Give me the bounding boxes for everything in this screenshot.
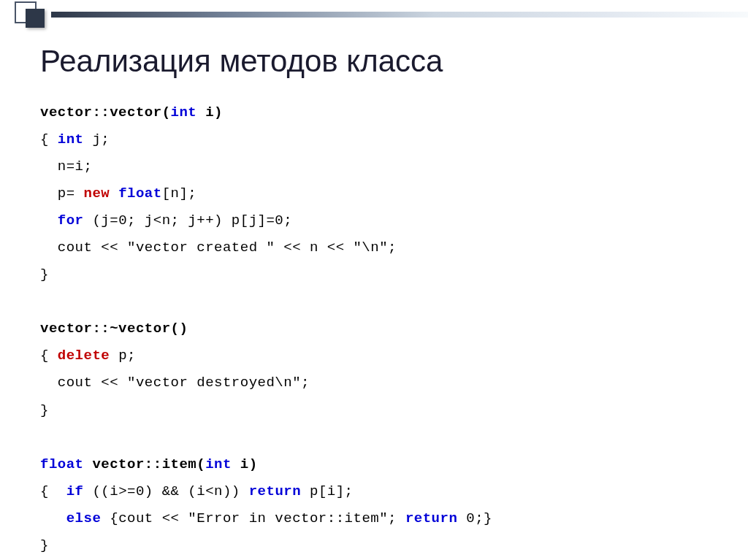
code-keyword: delete [58,348,110,364]
decoration-gradient-bar [51,12,748,18]
code-text: { [40,131,58,147]
code-text: j; [84,131,110,147]
code-text: p; [110,348,136,364]
code-text: vector::~vector() [40,321,188,337]
code-keyword: float [40,456,84,472]
code-keyword: for [58,212,84,229]
code-text [40,510,66,526]
code-text: { [40,483,66,499]
code-text: p[i]; [301,483,353,499]
code-text: } [40,266,49,283]
code-block: vector::vector(int i) { int j; n=i; p= n… [40,99,711,559]
code-text: p= [40,185,84,202]
code-text: cout << "vector destroyed\n"; [40,375,310,391]
code-keyword: new [84,185,110,202]
code-text: (j=0; j<n; j++) p[j]=0; [84,212,293,229]
code-text: {cout << "Error in vector::item"; [101,510,405,526]
code-keyword: int [205,456,232,472]
code-keyword: float [118,185,162,202]
code-text: ((i>=0) && (i<n)) [84,483,249,499]
code-text: i) [232,456,258,472]
code-text: } [40,537,49,553]
code-keyword: else [66,510,102,526]
code-text [110,185,118,202]
code-text: cout << "vector created " << n << "\n"; [40,239,397,256]
code-keyword: int [58,131,84,147]
code-text: { [40,348,58,364]
code-keyword: if [66,483,84,499]
code-text: n=i; [40,158,92,174]
code-keyword: int [171,104,197,120]
code-text: } [40,402,49,418]
code-text: [n]; [162,185,197,202]
code-text [40,212,58,229]
code-text: 0;} [457,510,492,526]
slide-title: Реализация методов класса [40,44,711,79]
code-text: vector::vector( [40,104,171,120]
slide-content: Реализация методов класса vector::vector… [0,0,748,560]
code-text: vector::item( [84,456,206,472]
slide-decoration [0,0,748,29]
decoration-square-fill [26,9,45,28]
code-keyword: return [249,483,301,499]
code-keyword: return [405,510,457,526]
code-text: i) [196,104,223,120]
